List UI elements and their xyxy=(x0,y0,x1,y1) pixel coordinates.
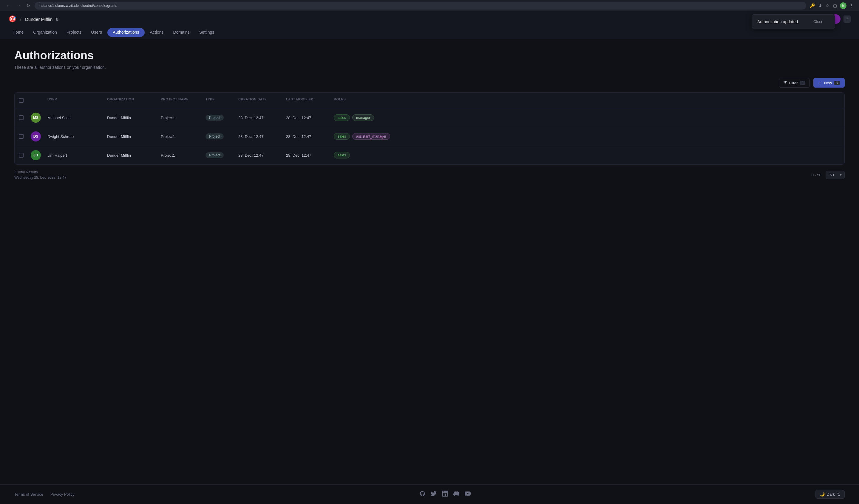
row1-type-badge: Project xyxy=(206,115,224,121)
tab-icon[interactable]: ▢ xyxy=(832,3,838,9)
row2-avatar: DS xyxy=(31,131,41,141)
row1-role-sales: sales xyxy=(334,114,350,121)
row1-type: Project xyxy=(202,112,235,123)
filter-kbd: F xyxy=(800,81,805,85)
toast-message: Authorization updated. xyxy=(757,19,799,24)
row2-avatar-cell: DS xyxy=(28,129,44,144)
nav-settings[interactable]: Settings xyxy=(195,27,218,38)
nav-projects[interactable]: Projects xyxy=(62,27,86,38)
th-user: USER xyxy=(44,96,104,105)
browser-icons: 🔑 ⬇ ☆ ▢ M ⋮ xyxy=(809,2,854,9)
row1-modified: 28. Dec, 12:47 xyxy=(283,113,331,123)
forward-button[interactable]: → xyxy=(15,3,22,9)
url-bar[interactable] xyxy=(35,2,806,10)
new-button[interactable]: ＋ New N xyxy=(813,78,845,88)
row1-avatar-cell: MS xyxy=(28,110,44,125)
nav-domains[interactable]: Domains xyxy=(169,27,194,38)
footer: Terms of Service Privacy Policy 🌙 Dark ⇅ xyxy=(0,484,859,504)
org-name: Dunder Mifflin xyxy=(25,17,52,22)
nav-actions[interactable]: Actions xyxy=(146,27,168,38)
back-button[interactable]: ← xyxy=(5,3,12,9)
row2-role-assistant-manager: assistant_manager xyxy=(352,133,390,140)
nav-home[interactable]: Home xyxy=(8,27,28,38)
help-badge[interactable]: ? xyxy=(843,15,851,22)
logo: 🎯 / Dunder Mifflin ⇅ xyxy=(8,15,59,23)
th-last-modified: LAST MODIFIED xyxy=(283,96,331,105)
row3-org: Dunder Mifflin xyxy=(104,151,158,160)
toast-close-button[interactable]: Close xyxy=(811,19,826,25)
th-avatar xyxy=(28,96,44,105)
table-row[interactable]: DS Dwight Schrute Dunder Mifflin Project… xyxy=(15,127,844,146)
page-subtitle: These are all authorizations on your org… xyxy=(14,65,845,70)
footer-links: Terms of Service Privacy Policy xyxy=(14,492,75,497)
th-creation-date: CREATION DATE xyxy=(235,96,283,105)
row3-role-sales: sales xyxy=(334,152,350,158)
per-page-select[interactable]: 10 20 50 100 xyxy=(826,171,845,179)
linkedin-icon[interactable] xyxy=(442,491,448,498)
pagination: 3 Total Results Wednesday 28. Dec 2022, … xyxy=(14,170,845,180)
star-icon[interactable]: ☆ xyxy=(825,3,830,9)
page-range: 0 - 50 xyxy=(812,173,822,177)
plus-icon: ＋ xyxy=(818,80,822,85)
row1-checkbox-cell xyxy=(15,113,28,123)
footer-social xyxy=(419,491,471,498)
app-header: 🎯 / Dunder Mifflin ⇅ ? Authorization upd… xyxy=(0,11,859,38)
nav-users[interactable]: Users xyxy=(87,27,106,38)
row3-modified: 28. Dec, 12:47 xyxy=(283,151,331,160)
row2-checkbox[interactable] xyxy=(19,134,24,139)
key-icon[interactable]: 🔑 xyxy=(809,3,815,9)
row2-checkbox-cell xyxy=(15,132,28,141)
row1-avatar: MS xyxy=(31,113,41,123)
logo-separator: / xyxy=(20,16,21,22)
row3-avatar: JH xyxy=(31,150,41,160)
row1-roles: sales manager xyxy=(331,112,844,123)
reload-button[interactable]: ↻ xyxy=(25,3,32,9)
theme-moon-icon: 🌙 xyxy=(820,492,825,497)
authorizations-table: USER ORGANIZATION PROJECT NAME TYPE CREA… xyxy=(14,92,845,165)
row1-org: Dunder Mifflin xyxy=(104,113,158,123)
browser-chrome: ← → ↻ 🔑 ⬇ ☆ ▢ M ⋮ xyxy=(0,0,859,11)
th-organization: ORGANIZATION xyxy=(104,96,158,105)
pagination-right: 0 - 50 10 20 50 100 ▼ xyxy=(812,171,845,179)
new-label: New xyxy=(824,81,832,85)
youtube-icon[interactable] xyxy=(465,491,471,498)
row3-creation: 28. Dec, 12:47 xyxy=(235,151,283,160)
table-row[interactable]: MS Michael Scott Dunder Mifflin Project1… xyxy=(15,108,844,127)
row1-creation: 28. Dec, 12:47 xyxy=(235,113,283,123)
theme-chevron-icon: ⇅ xyxy=(837,492,840,497)
select-all-checkbox[interactable] xyxy=(19,98,24,103)
row1-role-manager: manager xyxy=(352,114,374,121)
twitter-icon[interactable] xyxy=(431,491,437,498)
row3-avatar-cell: JH xyxy=(28,148,44,163)
more-icon[interactable]: ⋮ xyxy=(849,3,854,9)
row3-checkbox[interactable] xyxy=(19,153,24,158)
row2-role-sales: sales xyxy=(334,133,350,140)
filter-button[interactable]: ⧩ Filter F xyxy=(779,78,810,88)
privacy-link[interactable]: Privacy Policy xyxy=(50,492,75,497)
row3-project: Project1 xyxy=(158,151,202,160)
row1-checkbox[interactable] xyxy=(19,115,24,120)
terms-link[interactable]: Terms of Service xyxy=(14,492,43,497)
main-content: Authorizations These are all authorizati… xyxy=(0,38,859,484)
th-project-name: PROJECT NAME xyxy=(158,96,202,105)
nav-authorizations[interactable]: Authorizations xyxy=(107,28,145,37)
row3-type: Project xyxy=(202,150,235,160)
nav-organization[interactable]: Organization xyxy=(29,27,61,38)
th-type: TYPE xyxy=(202,96,235,105)
page-title: Authorizations xyxy=(14,49,845,62)
row2-modified: 28. Dec, 12:47 xyxy=(283,132,331,141)
table-row[interactable]: JH Jim Halpert Dunder Mifflin Project1 P… xyxy=(15,146,844,164)
row2-user: Dwight Schrute xyxy=(44,132,104,141)
download-icon[interactable]: ⬇ xyxy=(818,3,823,9)
pagination-timestamp: Wednesday 28. Dec 2022, 12:47 xyxy=(14,175,66,180)
github-icon[interactable] xyxy=(419,491,425,498)
row2-org: Dunder Mifflin xyxy=(104,132,158,141)
total-results: 3 Total Results xyxy=(14,170,66,175)
toast-notification: Authorization updated. Close xyxy=(752,14,835,29)
discord-icon[interactable] xyxy=(453,491,459,498)
theme-toggle-button[interactable]: 🌙 Dark ⇅ xyxy=(815,490,845,499)
row1-user: Michael Scott xyxy=(44,113,104,123)
org-switcher-button[interactable]: ⇅ xyxy=(56,17,59,21)
browser-user-avatar: M xyxy=(840,2,846,9)
row2-type-badge: Project xyxy=(206,133,224,139)
